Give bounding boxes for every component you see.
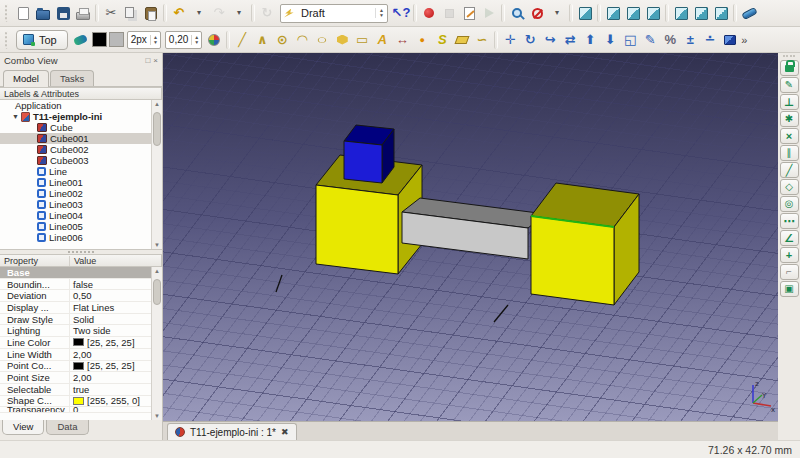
draft-arc-button[interactable]: ◠	[292, 29, 312, 51]
draft-line-button[interactable]: ╱	[232, 29, 252, 51]
scroll-down-icon[interactable]: ▼	[152, 242, 162, 248]
scroll-up-icon[interactable]: ▲	[152, 268, 162, 274]
property-value[interactable]: 0,50	[70, 290, 151, 301]
macro-stop-button[interactable]	[439, 2, 459, 24]
property-value[interactable]: Two side	[70, 325, 151, 336]
prop-line-width[interactable]: Line Width 2,00	[0, 349, 151, 361]
paste-button[interactable]	[141, 2, 161, 24]
property-value[interactable]: [25, 25, 25]	[70, 337, 151, 348]
prop-display-mode[interactable]: Display ... Flat Lines	[0, 302, 151, 314]
blue-cube[interactable]	[344, 125, 394, 183]
snap-center-button[interactable]: ◎	[780, 196, 799, 212]
draft-wire-button[interactable]: ∧	[252, 29, 272, 51]
yellow-box-right[interactable]	[531, 183, 639, 305]
draft-line-object[interactable]	[494, 305, 508, 322]
tree-item-cube001[interactable]: Cube001	[0, 133, 151, 144]
refresh-button[interactable]: ↻	[257, 2, 277, 24]
property-value[interactable]: 0	[70, 407, 151, 413]
draft-polygon-button[interactable]	[332, 29, 352, 51]
snap-parallel-button[interactable]: ∥	[780, 145, 799, 161]
undo-dropdown[interactable]: ▾	[189, 2, 209, 24]
draw-style-button[interactable]	[527, 2, 547, 24]
scroll-down-icon[interactable]: ▼	[152, 413, 162, 419]
tree-item-line003[interactable]: Line003	[0, 199, 151, 210]
property-value[interactable]: Solid	[70, 314, 151, 325]
workbench-selector[interactable]: Draft ▲▼	[280, 4, 388, 23]
line-color-button[interactable]	[92, 32, 107, 47]
redo-button[interactable]: ↷	[209, 2, 229, 24]
whats-this-button[interactable]: ↖?	[391, 2, 411, 24]
value-column-label[interactable]: Value	[70, 256, 96, 266]
snap-midpoint-button[interactable]: ╱	[780, 162, 799, 178]
draft-edit-button[interactable]: ✎	[640, 29, 660, 51]
snap-dimensions-button[interactable]: ⌐	[780, 264, 799, 280]
prop-group-base[interactable]: Base	[0, 267, 151, 279]
macro-record-button[interactable]	[419, 2, 439, 24]
draft-ellipse-button[interactable]: ○	[312, 29, 332, 51]
property-scrollbar[interactable]: ▲ ▼	[151, 267, 162, 420]
snap-ortho-button[interactable]: +	[780, 247, 799, 263]
view-right-button[interactable]	[643, 2, 663, 24]
tab-view[interactable]: View	[2, 420, 44, 435]
tree-item-cube[interactable]: Cube	[0, 122, 151, 133]
draft-point-button[interactable]: ●	[412, 29, 432, 51]
spin-arrows-icon[interactable]: ▲▼	[150, 35, 160, 45]
prop-transparency[interactable]: Transparency 0	[0, 407, 151, 413]
snap-crossing-button[interactable]: ×	[780, 128, 799, 144]
snap-endpoint-button[interactable]: ✎	[780, 77, 799, 93]
snap-workingplane-button[interactable]: ▣	[780, 281, 799, 297]
draft-style-toggle-button[interactable]	[71, 29, 91, 51]
prop-draw-style[interactable]: Draw Style Solid	[0, 314, 151, 326]
view-top-button[interactable]	[623, 2, 643, 24]
prop-point-color[interactable]: Point Co... [25, 25, 25]	[0, 361, 151, 373]
draft-trimex-button[interactable]: ⇄	[560, 29, 580, 51]
snap-lock-button[interactable]	[780, 60, 799, 76]
copy-button[interactable]	[121, 2, 141, 24]
macro-play-button[interactable]	[479, 2, 499, 24]
tree-item-line005[interactable]: Line005	[0, 221, 151, 232]
prop-deviation[interactable]: Deviation 0,50	[0, 290, 151, 302]
snap-near-button[interactable]: ∠	[780, 230, 799, 246]
view-axonometric-button[interactable]	[575, 2, 595, 24]
draft-bezier-button[interactable]: ∽	[472, 29, 492, 51]
property-value[interactable]: Flat Lines	[70, 302, 151, 313]
line-width-spinbox[interactable]: 2px ▲▼	[127, 31, 161, 49]
draft-del-point-button[interactable]: ∸	[700, 29, 720, 51]
prop-line-color[interactable]: Line Color [25, 25, 25]	[0, 337, 151, 349]
close-tab-icon[interactable]: ✖	[281, 427, 289, 437]
scrollbar-thumb[interactable]	[153, 279, 161, 305]
prop-bounding-box[interactable]: Boundin... false	[0, 279, 151, 291]
autogroup-button[interactable]	[204, 29, 224, 51]
snap-extension-button[interactable]: ⋯	[780, 213, 799, 229]
draft-offset-button[interactable]: ↪	[540, 29, 560, 51]
tab-model[interactable]: Model	[3, 70, 49, 87]
tree-item-line002[interactable]: Line002	[0, 188, 151, 199]
draft-bspline-button[interactable]: S	[432, 29, 452, 51]
spin-arrows-icon[interactable]: ▲▼	[191, 35, 201, 45]
prop-shape-color[interactable]: Shape C... [255, 255, 0]	[0, 396, 151, 408]
print-button[interactable]	[73, 2, 93, 24]
undock-icon[interactable]: □	[145, 56, 150, 65]
snap-perpendicular-button[interactable]: ⊥	[780, 94, 799, 110]
snap-special-button[interactable]: ◇	[780, 179, 799, 195]
property-value[interactable]: true	[70, 384, 151, 395]
draft-line-object[interactable]	[276, 275, 282, 292]
gray-bar[interactable]	[402, 198, 546, 259]
working-plane-button[interactable]: Top	[16, 30, 68, 50]
zoom-fit-button[interactable]	[507, 2, 527, 24]
draft-rectangle-button[interactable]: ▭	[352, 29, 372, 51]
property-value[interactable]: false	[70, 279, 151, 290]
draft-dimension-button[interactable]: ↔	[392, 29, 412, 51]
prop-point-size[interactable]: Point Size 2,00	[0, 372, 151, 384]
tree-item-line001[interactable]: Line001	[0, 177, 151, 188]
new-file-button[interactable]	[13, 2, 33, 24]
scrollbar-thumb[interactable]	[153, 112, 161, 146]
property-value[interactable]: [25, 25, 25]	[70, 360, 151, 371]
tree-item-line006[interactable]: Line006	[0, 232, 151, 243]
toolbar-overflow-button[interactable]: »	[741, 34, 747, 46]
tree-item-cube002[interactable]: Cube002	[0, 144, 151, 155]
tree-item-line004[interactable]: Line004	[0, 210, 151, 221]
property-column-label[interactable]: Property	[0, 256, 70, 266]
property-value[interactable]: [255, 255, 0]	[70, 395, 151, 406]
tree-column-header[interactable]: Labels & Attributes	[0, 87, 162, 100]
